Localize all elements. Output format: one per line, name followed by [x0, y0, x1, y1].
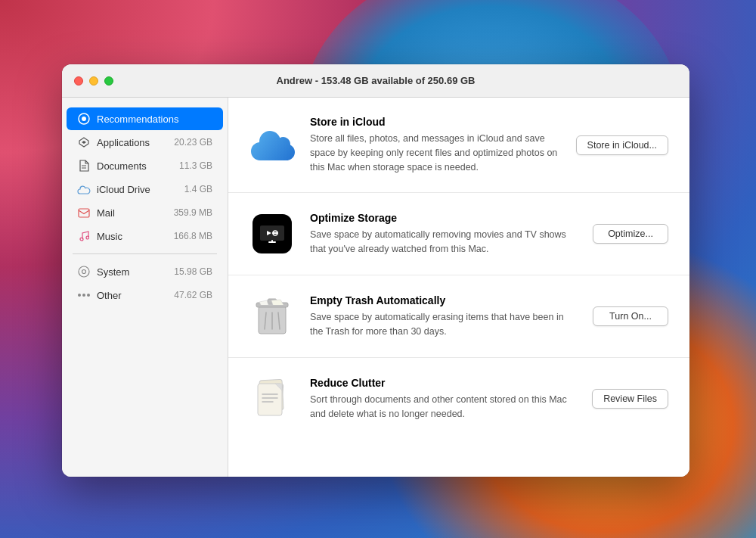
svg-point-6 — [86, 236, 89, 239]
rec-trash-title: Empty Trash Automatically — [310, 294, 578, 306]
recommendation-icloud: Store in iCloud Store all files, photos,… — [228, 98, 689, 193]
titlebar: Andrew - 153.48 GB available of 250.69 G… — [62, 64, 689, 98]
applications-icon — [77, 135, 91, 149]
sidebar-item-system[interactable]: System 15.98 GB — [67, 260, 223, 283]
turn-on-button[interactable]: Turn On... — [593, 306, 668, 326]
sidebar-item-icloud-drive[interactable]: iCloud Drive 1.4 GB — [67, 178, 223, 201]
recommendation-optimize: Optimize Storage Save space by automatic… — [228, 193, 689, 275]
sidebar-item-recommendations[interactable]: Recommendations — [67, 107, 223, 130]
sidebar-item-size: 1.4 GB — [184, 184, 212, 194]
icloud-icon — [249, 123, 295, 168]
rec-optimize-text: Optimize Storage Save space by automatic… — [310, 212, 578, 257]
svg-rect-4 — [79, 209, 89, 217]
window-title: Andrew - 153.48 GB available of 250.69 G… — [276, 75, 475, 86]
svg-rect-20 — [258, 384, 282, 415]
sidebar-item-label: Music — [97, 231, 174, 242]
svg-point-7 — [79, 266, 89, 277]
music-icon — [77, 229, 91, 243]
svg-point-8 — [82, 270, 86, 274]
sidebar-item-size: 11.3 GB — [179, 160, 212, 171]
minimize-button[interactable] — [89, 76, 98, 86]
close-button[interactable] — [74, 76, 83, 86]
rec-optimize-title: Optimize Storage — [310, 212, 578, 224]
rec-icloud-text: Store in iCloud Store all files, photos,… — [310, 116, 561, 174]
optimize-button[interactable]: Optimize... — [593, 224, 668, 244]
store-in-icloud-button[interactable]: Store in iCloud... — [576, 135, 668, 155]
sidebar-item-music[interactable]: Music 166.8 MB — [67, 225, 223, 247]
documents-icon — [77, 159, 91, 173]
system-icon — [77, 265, 91, 278]
sidebar: Recommendations Applications 20.23 GB — [62, 98, 228, 477]
traffic-lights — [74, 76, 113, 86]
sidebar-item-size: 15.98 GB — [174, 266, 212, 277]
sidebar-item-size: 47.62 GB — [174, 290, 212, 300]
sidebar-item-label: System — [97, 266, 174, 278]
sidebar-item-label: Recommendations — [97, 114, 212, 125]
rec-icloud-title: Store in iCloud — [310, 116, 561, 128]
sidebar-item-documents[interactable]: Documents 11.3 GB — [67, 154, 223, 177]
storage-window: Andrew - 153.48 GB available of 250.69 G… — [62, 64, 689, 477]
rec-clutter-title: Reduce Clutter — [310, 377, 577, 389]
svg-point-9 — [78, 294, 81, 297]
sidebar-item-size: 20.23 GB — [174, 137, 212, 148]
rec-clutter-description: Sort through documents and other content… — [310, 393, 577, 421]
recommendations-icon — [77, 112, 91, 126]
recommendation-clutter: Reduce Clutter Sort through documents an… — [228, 358, 689, 440]
rec-trash-text: Empty Trash Automatically Save space by … — [310, 294, 578, 339]
sidebar-item-size: 359.9 MB — [174, 207, 212, 218]
other-icon — [77, 288, 91, 302]
document-icon — [249, 376, 295, 421]
trash-icon — [249, 294, 295, 339]
mail-icon — [77, 206, 91, 219]
window-body: Recommendations Applications 20.23 GB — [62, 98, 689, 477]
rec-optimize-description: Save space by automatically removing mov… — [310, 228, 578, 257]
svg-point-11 — [87, 294, 90, 297]
rec-clutter-text: Reduce Clutter Sort through documents an… — [310, 377, 577, 421]
maximize-button[interactable] — [104, 76, 113, 86]
svg-point-5 — [80, 238, 83, 241]
svg-point-1 — [82, 117, 86, 121]
recommendation-trash: Empty Trash Automatically Save space by … — [228, 275, 689, 358]
sidebar-item-other[interactable]: Other 47.62 GB — [67, 284, 223, 306]
rec-icloud-description: Store all files, photos, and messages in… — [310, 132, 561, 174]
sidebar-item-mail[interactable]: Mail 359.9 MB — [67, 201, 223, 224]
sidebar-item-label: iCloud Drive — [97, 184, 184, 195]
rec-trash-description: Save space by automatically erasing item… — [310, 310, 578, 339]
appletv-icon — [249, 211, 295, 257]
sidebar-item-label: Applications — [97, 137, 174, 148]
sidebar-item-applications[interactable]: Applications 20.23 GB — [67, 131, 223, 154]
sidebar-item-label: Documents — [97, 160, 179, 172]
main-content: Store in iCloud Store all files, photos,… — [228, 98, 689, 477]
sidebar-item-label: Other — [97, 290, 174, 301]
sidebar-divider — [73, 253, 217, 254]
svg-point-10 — [82, 294, 85, 297]
sidebar-item-label: Mail — [97, 207, 174, 219]
review-files-button[interactable]: Review Files — [592, 389, 668, 409]
sidebar-item-size: 166.8 MB — [174, 231, 212, 241]
icloud-drive-icon — [77, 182, 91, 196]
